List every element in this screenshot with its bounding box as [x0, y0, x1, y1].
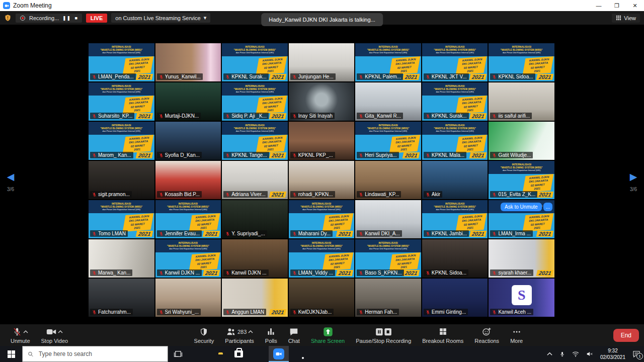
participant-tile[interactable]: INTERNALISASI"WHISTLE BLOWING SYSTEM (WB… — [155, 200, 221, 238]
taskbar-mail-icon[interactable] — [249, 346, 269, 362]
participant-tile[interactable]: INTERNALISASI"WHISTLE BLOWING SYSTEM (WB… — [489, 43, 554, 81]
taskbar-explorer-icon[interactable] — [208, 346, 228, 362]
taskbar-search[interactable] — [22, 346, 168, 362]
participant-tile[interactable]: INTERNALISASI"WHISTLE BLOWING SYSTEM (WB… — [222, 122, 288, 160]
participant-tile[interactable]: SKanwil Aceh ... — [489, 279, 554, 317]
maximize-button[interactable]: ❐ — [608, 0, 626, 11]
encryption-shield-icon[interactable] — [4, 14, 12, 22]
search-input[interactable] — [38, 350, 163, 358]
participant-tile[interactable]: Inay Siti Inayah — [289, 82, 355, 121]
participant-tile[interactable]: INTERNALISASI"WHISTLE BLOWING SYSTEM (WB… — [155, 239, 221, 278]
participant-tile[interactable]: KPKNL PKP_... — [289, 122, 355, 160]
participant-tile[interactable]: INTERNALISASI"WHISTLE BLOWING SYSTEM (WB… — [222, 82, 288, 121]
taskbar-chrome-icon[interactable] — [289, 346, 309, 362]
participant-tile[interactable]: Gatit Wiludje... — [489, 122, 554, 160]
next-page-button[interactable]: ▶ — [630, 172, 637, 182]
taskbar-clock[interactable]: 9:32 02/03/2021 — [597, 346, 629, 362]
participant-tile[interactable]: INTERNALISASI"WHISTLE BLOWING SYSTEM (WB… — [422, 82, 488, 121]
participant-tile[interactable]: KPKNL Sidoa... — [422, 239, 488, 278]
participant-tile[interactable]: Sri Wahyuni_... — [155, 279, 221, 317]
muted-mic-icon — [292, 74, 297, 79]
security-button[interactable]: Security — [189, 324, 220, 346]
participant-tile[interactable]: Kanwil DKI_A... — [355, 200, 421, 238]
grid-view-icon — [616, 15, 621, 21]
banner-year: 2021 — [136, 113, 153, 119]
tray-volume-muted-icon[interactable] — [583, 346, 597, 362]
chevron-up-icon[interactable] — [23, 330, 28, 333]
chat-button[interactable]: Chat — [283, 324, 305, 346]
muted-mic-icon — [92, 192, 97, 197]
participant-tile[interactable]: INTERNALISASI"WHISTLE BLOWING SYSTEM (WB… — [89, 200, 154, 238]
participant-tile[interactable]: 2021Adriana Viver... — [222, 161, 288, 199]
tile-more-button[interactable]: ... — [543, 203, 552, 211]
participant-tile[interactable]: INTERNALISASI"WHISTLE BLOWING SYSTEM (WB… — [289, 200, 355, 238]
chevron-up-icon[interactable] — [58, 330, 63, 333]
participant-tile[interactable]: Emmi Ginting... — [422, 279, 488, 317]
breakout-rooms-button[interactable]: Breakout Rooms — [417, 324, 469, 346]
participant-tile[interactable]: INTERNALISASI"WHISTLE BLOWING SYSTEM (WB… — [422, 200, 488, 238]
participant-tile[interactable]: rohadi_KPKN... — [289, 161, 355, 199]
stream-service-selector[interactable]: on Custom Live Streaming Service ▾ — [111, 13, 210, 23]
view-button[interactable]: View — [612, 14, 640, 23]
participant-tile[interactable]: Lindawati_KP... — [355, 161, 421, 199]
end-meeting-button[interactable]: End — [613, 329, 639, 342]
reactions-button[interactable]: Reactions — [469, 324, 505, 346]
unmute-button[interactable]: Unmute — [5, 324, 36, 346]
participant-tile[interactable]: Y. Supriyadi_... — [222, 200, 288, 238]
close-button[interactable]: ✕ — [626, 0, 644, 11]
participants-button[interactable]: 283Participants — [219, 324, 259, 346]
participant-tile[interactable]: INTERNALISASI"WHISTLE BLOWING SYSTEM (WB… — [289, 239, 355, 278]
participant-tile[interactable]: INTERNALISASI"WHISTLE BLOWING SYSTEM (WB… — [489, 200, 554, 238]
participant-tile[interactable]: Marwa_ Kan... — [89, 239, 154, 278]
tray-mic-icon[interactable] — [556, 346, 569, 362]
participant-tile[interactable]: Yunus_Kanwil... — [155, 43, 221, 81]
participant-tile[interactable]: INTERNALISASI"WHISTLE BLOWING SYSTEM (WB… — [355, 43, 421, 81]
participant-tile[interactable]: sigit.pramon... — [89, 161, 154, 199]
participant-tile[interactable]: INTERNALISASI"WHISTLE BLOWING SYSTEM (WB… — [89, 122, 154, 160]
taskbar-task-view-icon[interactable] — [168, 346, 188, 362]
stop-recording-icon[interactable]: ■ — [74, 16, 77, 21]
polls-button[interactable]: Polls — [260, 324, 283, 346]
pause-recording-icon[interactable]: ❚❚ — [62, 16, 71, 21]
participant-tile[interactable]: Kosasih Bid.P... — [155, 161, 221, 199]
participant-name: Akir — [432, 192, 440, 197]
participant-tile[interactable]: INTERNALISASI"WHISTLE BLOWING SYSTEM (WB… — [89, 82, 154, 121]
taskbar-zoom-icon[interactable] — [269, 346, 289, 362]
taskbar-browser-icon[interactable] — [329, 346, 349, 362]
prev-page-button[interactable]: ◀ — [7, 172, 15, 182]
taskbar-store-icon[interactable] — [228, 346, 249, 362]
minimize-button[interactable]: — — [590, 0, 608, 11]
participant-tile[interactable]: Herman Fah... — [355, 279, 421, 317]
action-center-icon[interactable]: 1 — [629, 346, 644, 362]
taskbar-edge-icon[interactable] — [188, 346, 208, 362]
participant-tile[interactable]: Murtaji-DJKN... — [155, 82, 221, 121]
participant-tile[interactable]: KwlDJKNJab... — [289, 279, 355, 317]
tray-network-icon[interactable] — [569, 346, 583, 362]
participant-tile[interactable]: INTERNALISASI"WHISTLE BLOWING SYSTEM (WB… — [355, 239, 421, 278]
share-screen-button[interactable]: Share Screen — [305, 324, 350, 346]
participant-tile[interactable]: 2021syarah khaer... — [489, 239, 554, 278]
participant-tile[interactable]: INTERNALISASI"WHISTLE BLOWING SYSTEM (WB… — [422, 43, 488, 81]
participant-tile[interactable]: Syofia D_Kan... — [155, 122, 221, 160]
record-button[interactable]: Pause/Stop Recording — [350, 324, 417, 346]
participant-tile[interactable]: INTERNALISASI"WHISTLE BLOWING SYSTEM (WB… — [222, 43, 288, 81]
participant-tile[interactable]: INTERNALISASI"WHISTLE BLOWING SYSTEM (WB… — [422, 122, 488, 160]
participant-tile[interactable]: Fatchurrahm... — [89, 279, 154, 317]
participant-tile[interactable]: INTERNALISASI"WHISTLE BLOWING SYSTEM (WB… — [89, 43, 154, 81]
participant-name-label: Sidiq P. Aji _K... — [223, 113, 269, 119]
participant-tile[interactable]: Gita_Kanwil R... — [355, 82, 421, 121]
ask-to-unmute-button[interactable]: Ask to Unmute — [501, 203, 542, 211]
participant-tile[interactable]: 2021Anggun LMAN — [222, 279, 288, 317]
chevron-up-icon[interactable] — [248, 330, 253, 333]
participant-tile[interactable]: Akir — [422, 161, 488, 199]
participant-tile[interactable]: Junjungan He... — [289, 43, 355, 81]
participant-tile[interactable]: iis saiful arifi... — [489, 82, 554, 121]
stop-video-button[interactable]: Stop Video — [36, 324, 74, 346]
taskbar-firefox-icon[interactable] — [309, 346, 329, 362]
start-button[interactable] — [0, 346, 22, 362]
more-button[interactable]: More — [505, 324, 528, 346]
tray-chevron-icon[interactable] — [543, 346, 556, 362]
participant-tile[interactable]: INTERNALISASI"WHISTLE BLOWING SYSTEM (WB… — [355, 122, 421, 160]
participant-tile[interactable]: Kanwil DJKN ... — [222, 239, 288, 278]
participant-tile[interactable]: INTERNALISASI"WHISTLE BLOWING SYSTEM (WB… — [489, 161, 554, 199]
